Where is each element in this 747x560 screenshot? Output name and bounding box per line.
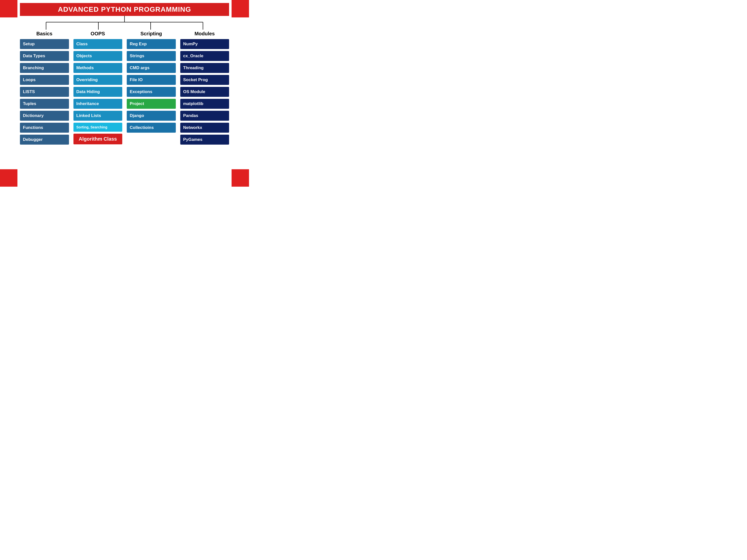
scripting-exceptions[interactable]: Exceptions <box>127 87 176 97</box>
oops-methods[interactable]: Methods <box>74 63 123 73</box>
scripting-django[interactable]: Django <box>127 111 176 121</box>
corner-bottom-left-decoration <box>0 169 18 187</box>
algorithm-class-label: Algorithm Class <box>79 136 117 142</box>
corner-bottom-right-decoration <box>232 169 249 187</box>
modules-cx-oracle[interactable]: cx_Oracle <box>180 51 229 61</box>
oops-inheritance[interactable]: Inheritance <box>74 99 123 109</box>
basics-lists[interactable]: LISTS <box>20 87 69 97</box>
page-title: ADVANCED PYTHON PROGRAMMING <box>58 5 191 13</box>
corner-top-right-decoration <box>232 0 249 18</box>
modules-networkx[interactable]: Networkx <box>180 123 229 133</box>
oops-class[interactable]: Class <box>74 39 123 49</box>
scripting-header: Scripting <box>127 31 176 36</box>
algorithm-class-bar: Algorithm Class <box>74 134 123 144</box>
oops-column: Class Objects Methods Overriding Data Hi… <box>74 39 123 144</box>
basics-tuples[interactable]: Tuples <box>20 99 69 109</box>
scripting-reg-exp[interactable]: Reg Exp <box>127 39 176 49</box>
basics-functions[interactable]: Functions <box>20 123 69 133</box>
tree-connector <box>20 16 229 31</box>
modules-pygames[interactable]: PyGames <box>180 135 229 144</box>
modules-pandas[interactable]: Pandas <box>180 111 229 121</box>
scripting-strings[interactable]: Strings <box>127 51 176 61</box>
basics-debugger[interactable]: Debugger <box>20 135 69 144</box>
corner-top-left-decoration <box>0 0 18 18</box>
oops-linked-lists[interactable]: Linked Lists <box>74 111 123 121</box>
oops-overriding[interactable]: Overriding <box>74 75 123 85</box>
basics-header: Basics <box>20 31 69 36</box>
scripting-column: Reg Exp Strings CMD args File IO Excepti… <box>127 39 176 133</box>
basics-loops[interactable]: Loops <box>20 75 69 85</box>
modules-matplotlib[interactable]: matplotlib <box>180 99 229 109</box>
scripting-file-io[interactable]: File IO <box>127 75 176 85</box>
oops-objects[interactable]: Objects <box>74 51 123 61</box>
oops-header: OOPS <box>74 31 123 36</box>
oops-data-hiding[interactable]: Data Hiding <box>74 87 123 97</box>
title-bar: ADVANCED PYTHON PROGRAMMING <box>20 3 229 16</box>
basics-column: Setup Data Types Branching Loops LISTS T… <box>20 39 69 144</box>
basics-setup[interactable]: Setup <box>20 39 69 49</box>
columns-content: Setup Data Types Branching Loops LISTS T… <box>20 39 229 144</box>
scripting-cmd-args[interactable]: CMD args <box>127 63 176 73</box>
basics-dictionary[interactable]: Dictionary <box>20 111 69 121</box>
scripting-collections[interactable]: Collectioins <box>127 123 176 133</box>
basics-data-types[interactable]: Data Types <box>20 51 69 61</box>
modules-threading[interactable]: Threading <box>180 63 229 73</box>
modules-header: Modules <box>180 31 229 36</box>
modules-socket-prog[interactable]: Socket Prog <box>180 75 229 85</box>
modules-numpy[interactable]: NumPy <box>180 39 229 49</box>
modules-os-module[interactable]: OS Module <box>180 87 229 97</box>
modules-column: NumPy cx_Oracle Threading Socket Prog OS… <box>180 39 229 144</box>
scripting-project[interactable]: Project <box>127 99 176 109</box>
oops-sorting-searching[interactable]: Sorting, Searching <box>74 123 123 132</box>
columns-header: Basics OOPS Scripting Modules <box>20 31 229 36</box>
basics-branching[interactable]: Branching <box>20 63 69 73</box>
